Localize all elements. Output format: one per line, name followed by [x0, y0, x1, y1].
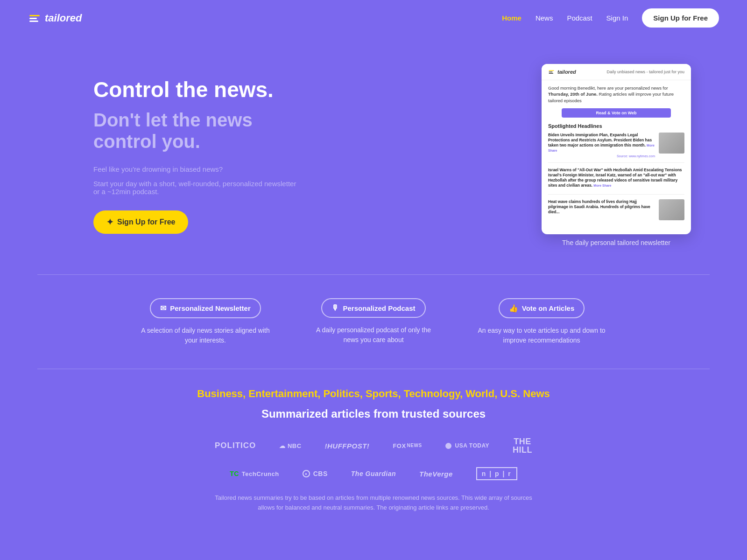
mockup-img-placeholder-1	[659, 133, 684, 154]
feature-vote: 👍 Vote on Articles An easy way to vote a…	[476, 298, 607, 345]
sources-title: Summarized articles from trusted sources	[28, 407, 719, 420]
mockup-article-title-3: Heat wave claims hundreds of lives durin…	[548, 199, 655, 215]
techcrunch-logo: TC TechCrunch	[230, 470, 279, 477]
star-icon: ✦	[106, 217, 113, 227]
mockup-logo: tailored	[548, 69, 576, 75]
feature-podcast-button[interactable]: 🎙 Personalized Podcast	[321, 298, 425, 318]
mockup-article-links-2: More Share	[593, 184, 611, 187]
svg-rect-3	[549, 70, 554, 71]
usatoday-logo: USA TODAY	[445, 442, 489, 449]
newsletter-preview: tailored Daily unbiased news - tailored …	[542, 64, 691, 246]
svg-rect-2	[29, 21, 38, 22]
mockup-logo-icon	[548, 69, 555, 75]
mockup-logo-text: tailored	[557, 69, 576, 75]
foxnews-logo: FOX NEWS	[393, 442, 422, 449]
nav-signin[interactable]: Sign In	[606, 14, 628, 22]
feature-newsletter: ✉ Personalized Newsletter A selection of…	[140, 298, 271, 345]
hero-cta-label: Sign Up for Free	[117, 218, 175, 226]
hero-section: Control the news. Don't let the news con…	[0, 36, 747, 274]
hero-cta-button[interactable]: ✦ Sign Up for Free	[93, 210, 188, 234]
npr-logo: n | p | r	[476, 467, 517, 480]
mockup-article-text-1: Biden Unveils Immigration Plan, Expands …	[548, 133, 655, 158]
mockup-article-text-2: Israel Warns of "All-Out War" with Hezbo…	[548, 168, 684, 189]
nav-signup-button[interactable]: Sign Up for Free	[642, 8, 719, 28]
features-section: ✉ Personalized Newsletter A selection of…	[0, 275, 747, 355]
nav-news[interactable]: News	[536, 14, 553, 22]
mockup-vote-button[interactable]: Read & Vote on Web	[562, 108, 671, 118]
mockup-section-title: Spotlighted Headlines	[548, 123, 684, 129]
feature-vote-desc: An easy way to vote articles up and down…	[476, 326, 607, 345]
svg-rect-0	[29, 15, 40, 16]
feature-podcast: 🎙 Personalized Podcast A daily personali…	[308, 298, 439, 345]
mockup-greeting: Good morning Benedikt, here are your per…	[548, 85, 684, 104]
mockup-article-text-3: Heat wave claims hundreds of lives durin…	[548, 199, 655, 220]
mockup-header: tailored Daily unbiased news - tailored …	[542, 64, 691, 80]
feature-newsletter-button[interactable]: ✉ Personalized Newsletter	[150, 298, 261, 318]
mockup-source-1: Source: www.nytimes.com	[548, 154, 655, 158]
cbs-logo: ●CBS	[303, 470, 328, 477]
sources-categories: Business, Entertainment, Politics, Sport…	[28, 388, 719, 400]
hero-sub2: Start your day with a short, well-rounde…	[93, 180, 299, 196]
hero-headline1: Control the news.	[93, 78, 299, 102]
mockup-article-3: Heat wave claims hundreds of lives durin…	[548, 199, 684, 225]
feature-podcast-label: Personalized Podcast	[343, 304, 415, 312]
mockup-article-1: Biden Unveils Immigration Plan, Expands …	[548, 133, 684, 163]
nbc-logo: ☁ NBC	[279, 442, 301, 449]
hero-sub1: Feel like you're drowning in biased news…	[93, 165, 299, 173]
sources-logos-row-1: POLITICO ☁ NBC !HUFFPOST! FOX NEWS USA T…	[28, 437, 719, 454]
feature-vote-button[interactable]: 👍 Vote on Articles	[499, 298, 585, 318]
feature-vote-label: Vote on Articles	[522, 304, 575, 312]
svg-rect-1	[29, 18, 37, 19]
mockup-caption: The daily personal tailored newsletter	[562, 239, 670, 246]
mockup-tagline: Daily unbiased news - tailored just for …	[606, 70, 684, 74]
feature-newsletter-label: Personalized Newsletter	[170, 304, 251, 312]
microphone-icon: 🎙	[331, 304, 339, 312]
mockup-article-img-1	[659, 133, 684, 154]
svg-rect-4	[549, 72, 553, 73]
logo[interactable]: tailored	[28, 12, 82, 25]
feature-podcast-desc: A daily personalized podcast of only the…	[308, 325, 439, 345]
mockup-card: tailored Daily unbiased news - tailored …	[542, 64, 691, 234]
logo-text: tailored	[45, 12, 82, 24]
mockup-article-img-3	[659, 199, 684, 220]
nav-podcast[interactable]: Podcast	[567, 14, 592, 22]
sources-section: Business, Entertainment, Politics, Sport…	[0, 369, 747, 541]
logo-icon	[28, 12, 41, 25]
mockup-body: Good morning Benedikt, here are your per…	[542, 80, 691, 234]
hero-text: Control the news. Don't let the news con…	[93, 64, 299, 234]
politico-logo: POLITICO	[215, 441, 256, 450]
mockup-article-links-1: More Share	[548, 144, 655, 152]
guardian-logo: The Guardian	[351, 470, 396, 477]
mockup-article-2: Israel Warns of "All-Out War" with Hezbo…	[548, 168, 684, 195]
sources-note: Tailored news summaries try to be based …	[210, 493, 537, 513]
thehill-logo: THEHILL	[513, 437, 532, 454]
envelope-icon: ✉	[160, 304, 166, 313]
mockup-img-placeholder-3	[659, 199, 684, 220]
svg-rect-5	[549, 73, 554, 74]
nav-home[interactable]: Home	[502, 14, 521, 22]
thumbsup-icon: 👍	[509, 304, 518, 313]
huffpost-logo: !HUFFPOST!	[325, 442, 370, 450]
hero-headline2: Don't let the news control you.	[93, 109, 299, 152]
verge-logo: TheVerge	[419, 470, 453, 478]
feature-newsletter-desc: A selection of daily news stories aligne…	[140, 326, 271, 345]
mockup-article-title-1: Biden Unveils Immigration Plan, Expands …	[548, 133, 655, 153]
nav-links: Home News Podcast Sign In Sign Up for Fr…	[502, 8, 719, 28]
navbar: tailored Home News Podcast Sign In Sign …	[0, 0, 747, 36]
sources-logos-row-2: TC TechCrunch ●CBS The Guardian TheVerge…	[28, 467, 719, 480]
mockup-article-title-2: Israel Warns of "All-Out War" with Hezbo…	[548, 168, 684, 188]
